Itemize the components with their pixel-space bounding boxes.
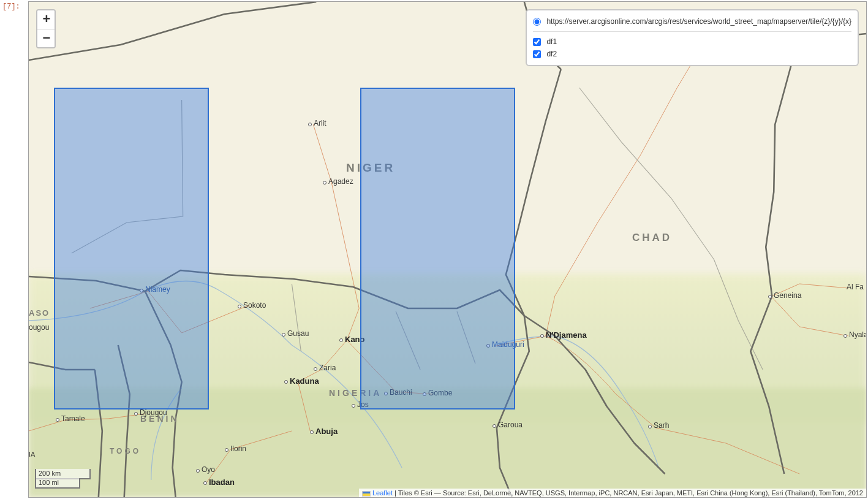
map-pane[interactable]: NIGER CHAD NIGERIA BENIN TOGO ASO ArlitA…	[29, 2, 866, 497]
overlay-df1-checkbox[interactable]	[533, 38, 541, 46]
layer-separator	[533, 31, 851, 32]
attribution: Leaflet | Tiles © Esri — Source: Esri, D…	[359, 489, 866, 497]
zoom-control: + −	[36, 9, 56, 48]
ukraine-flag-icon	[362, 491, 371, 497]
overlay-df2-checkbox[interactable]	[533, 50, 541, 58]
overlay-rect-df1[interactable]	[54, 88, 209, 409]
map-container[interactable]: NIGER CHAD NIGERIA BENIN TOGO ASO ArlitA…	[28, 1, 867, 498]
scale-control: 200 km 100 mi	[35, 469, 91, 489]
overlay-rect-df2[interactable]	[360, 88, 515, 409]
base-layer-radio[interactable]	[533, 18, 541, 26]
cell-prompt: [7]:	[2, 2, 20, 11]
scale-mi: 100 mi	[35, 478, 80, 489]
base-layer-row[interactable]: https://server.arcgisonline.com/arcgis/r…	[533, 15, 851, 28]
overlay-df2-label: df2	[546, 50, 557, 58]
attribution-text: | Tiles © Esri — Source: Esri, DeLorme, …	[393, 489, 863, 497]
overlay-df2-row[interactable]: df2	[533, 48, 851, 60]
overlay-df1-label: df1	[546, 37, 557, 46]
overlay-df1-row[interactable]: df1	[533, 36, 851, 48]
leaflet-link[interactable]: Leaflet	[372, 489, 393, 497]
zoom-in-button[interactable]: +	[37, 10, 56, 29]
layer-control: https://server.arcgisonline.com/arcgis/r…	[526, 9, 859, 66]
base-layer-label: https://server.arcgisonline.com/arcgis/r…	[546, 17, 851, 26]
zoom-out-button[interactable]: −	[37, 29, 56, 47]
